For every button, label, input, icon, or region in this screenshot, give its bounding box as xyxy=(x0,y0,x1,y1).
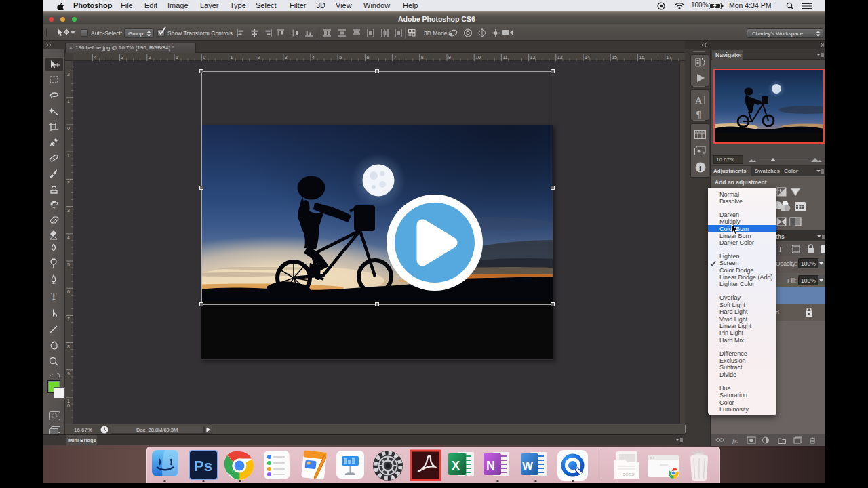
svg-text:13: 13 xyxy=(557,55,563,60)
svg-text:0: 0 xyxy=(203,55,205,60)
svg-text:Ps: Ps xyxy=(194,458,212,474)
svg-text:3: 3 xyxy=(67,208,70,213)
svg-text:8: 8 xyxy=(67,344,70,349)
svg-text:1: 1 xyxy=(176,55,178,60)
svg-text:1: 1 xyxy=(67,399,70,403)
svg-text:5: 5 xyxy=(339,55,342,60)
svg-text:3: 3 xyxy=(285,55,288,60)
svg-text:i: i xyxy=(699,164,701,172)
svg-text:6: 6 xyxy=(366,55,369,60)
svg-text:17: 17 xyxy=(667,55,672,60)
svg-text:14: 14 xyxy=(585,55,590,60)
svg-text:4: 4 xyxy=(312,55,315,60)
svg-text:0: 0 xyxy=(67,126,70,131)
svg-text:2: 2 xyxy=(67,72,70,77)
svg-text:4: 4 xyxy=(94,55,96,60)
svg-text:6: 6 xyxy=(67,289,70,294)
svg-text:15: 15 xyxy=(612,55,617,60)
svg-text:12: 12 xyxy=(530,55,536,60)
svg-text:2: 2 xyxy=(258,55,260,60)
svg-text:2: 2 xyxy=(67,180,70,185)
svg-text:5: 5 xyxy=(67,262,70,267)
svg-text:0: 0 xyxy=(67,403,70,408)
svg-text:8: 8 xyxy=(421,55,424,60)
svg-text:3: 3 xyxy=(121,55,124,60)
svg-text:9: 9 xyxy=(67,371,70,376)
svg-text:DOCS: DOCS xyxy=(623,472,634,476)
svg-text:¶: ¶ xyxy=(696,110,701,120)
svg-text:9: 9 xyxy=(448,55,451,60)
svg-text:W: W xyxy=(522,460,534,472)
svg-text:T: T xyxy=(51,291,57,301)
svg-text:1: 1 xyxy=(230,55,233,60)
svg-text:4: 4 xyxy=(67,235,70,240)
svg-text:T: T xyxy=(778,245,783,254)
svg-text:2: 2 xyxy=(149,55,151,60)
svg-text:A: A xyxy=(695,96,703,106)
svg-text:X: X xyxy=(452,459,460,472)
svg-text:11: 11 xyxy=(502,55,507,60)
svg-text:N: N xyxy=(486,459,495,472)
svg-text:1: 1 xyxy=(67,99,70,104)
svg-text:10: 10 xyxy=(475,55,481,60)
svg-text:fx.: fx. xyxy=(732,437,738,444)
svg-text:7: 7 xyxy=(394,55,397,60)
svg-text:16: 16 xyxy=(639,55,644,60)
svg-text:1: 1 xyxy=(67,153,70,158)
svg-text:7: 7 xyxy=(67,317,70,321)
